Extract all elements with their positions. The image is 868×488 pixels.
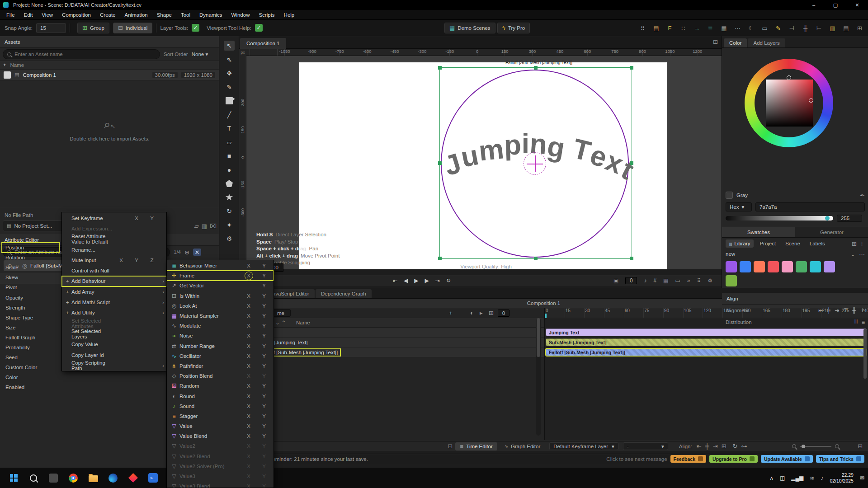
fit-timeline-icon[interactable]: ⊞ [858,443,863,449]
apply-y-button[interactable]: Y [262,353,266,359]
submenu-item[interactable]: ⇄ Number Range X Y [167,341,274,351]
apply-y-button[interactable]: Y [262,433,266,439]
apply-y-button[interactable]: Y [262,313,266,319]
maximize-button[interactable]: ▢ [825,0,846,10]
attribute-row[interactable]: Rotation [2,253,60,263]
minimize-button[interactable]: – [803,0,825,10]
camera-icon[interactable]: ▣ [613,277,618,284]
direct-select-tool-icon[interactable]: ⇖ [221,53,238,67]
align-left-icon[interactable]: ⇤ [818,307,823,314]
grid-toggle-icon[interactable]: ▦ [663,277,668,284]
apply-x-button[interactable]: X [247,404,250,409]
link-icon[interactable]: ⊶ [741,443,747,449]
apply-x-button[interactable]: X [245,272,253,280]
apply-y-button[interactable]: Y [262,283,266,288]
edge-icon[interactable] [103,468,123,488]
color-swatch[interactable] [810,261,821,272]
paint-filter-icon[interactable]: ◐ [470,310,474,316]
attribute-row[interactable]: Opacity [2,292,60,302]
import-hint[interactable]: ⌕↖ Double click here to import Assets. [0,117,219,141]
dark-mode-icon[interactable]: ☾ [747,25,755,31]
export-icon[interactable]: → [693,25,701,31]
snap-angle-input[interactable]: 15 [36,23,66,33]
try-pro-button[interactable]: ϟTry Pro [497,23,530,33]
lasso-icon[interactable]: ✎ [774,25,782,31]
asset-search-input[interactable]: Enter an Asset name [3,49,160,59]
apply-y-button[interactable]: Y [262,303,266,309]
align-center-h-icon[interactable]: ╪ [827,307,831,314]
submenu-item[interactable]: ✛ Frame X Y [167,271,274,281]
render-queue-icon[interactable]: ≣ [707,25,714,31]
taskbar-clock[interactable]: 22.29 02/10/2025 [830,472,854,484]
viewport-help-checkbox[interactable]: ✓ [255,24,263,32]
viewport-layout-icon[interactable]: ⊡ [713,39,718,45]
notification-icon[interactable]: ✉ [860,475,864,481]
submenu-item[interactable]: ▽ Value3 X Y [167,471,274,481]
playhead[interactable] [545,314,547,318]
scatter-icon[interactable]: ∷ [679,25,687,31]
submenu-item[interactable]: ↗ Get Vector Y [167,281,274,291]
library-tab[interactable]: |||Library [726,239,754,248]
apply-x-button[interactable]: X [247,373,250,379]
saturation-value-box[interactable] [766,80,813,127]
menu-item[interactable]: File [2,12,19,18]
status-button[interactable]: Update Available [761,455,813,463]
collapse-group-icon[interactable]: ⌄ [850,251,855,257]
timeline-bar[interactable]: Jumping Text [546,328,867,336]
attribute-row[interactable]: Falloff Graph [2,333,60,343]
zoom-in-icon[interactable] [835,444,839,448]
submenu-item[interactable]: ▽ Value2 X Y [167,441,274,451]
demo-scenes-button[interactable]: ▦Demo Scenes [444,23,495,33]
color-swatch[interactable] [726,261,737,272]
select-tool-icon[interactable]: ↖ [221,39,238,53]
tab-add-layers[interactable]: Add Layers [748,38,785,47]
context-menu-item[interactable]: + Add Behaviour › [62,276,166,286]
submenu-item[interactable]: ∿ Modulate X Y [167,321,274,331]
alpha-value-field[interactable]: 255 [837,215,862,222]
layout-grid-icon[interactable]: ⊞ [856,25,863,31]
menu-item[interactable]: Shape [152,12,176,18]
panels-icon[interactable]: ▥ [202,223,207,229]
taskbar-search-button[interactable] [24,468,43,488]
folder-icon[interactable]: ▱ [194,223,199,229]
context-menu-item[interactable]: Copy Value [62,339,166,350]
pen-tool-icon[interactable]: ✎ [221,80,238,94]
attribute-row[interactable]: Pivot [2,282,60,292]
line-tool-icon[interactable]: ╱ [221,108,238,122]
hash-icon[interactable]: # [653,277,656,284]
context-menu-item[interactable]: Set Selected Attributes [62,318,166,328]
rows-icon[interactable]: ▤ [842,25,850,31]
submenu-item[interactable]: ≡ Stagger X Y [167,411,274,421]
apply-x-button[interactable]: X [247,383,250,389]
chrome-icon[interactable] [63,468,83,488]
apply-y-button[interactable]: Y [262,474,266,479]
submenu-item[interactable]: ⚄ Random X Y [167,381,274,391]
submenu-item[interactable]: ◐ Round X Y [167,391,274,401]
apply-y-button[interactable]: Y [262,483,266,488]
menu-item[interactable]: Window [227,12,255,18]
apply-y-button[interactable]: Y [262,383,266,389]
align-center-icon[interactable]: ╫ [802,25,809,31]
columns-icon[interactable]: ▥ [829,25,836,31]
frame-offset-field[interactable]: 0 [625,277,637,284]
tab-generator[interactable]: Generator [795,227,868,237]
next-frame-button[interactable]: ▶ [425,277,429,284]
apply-x-button[interactable]: X [247,443,250,449]
more-icon[interactable]: ⋯ [734,25,741,31]
selection-handle[interactable] [630,66,633,70]
horizontal-ruler[interactable]: -1050-900-750-600-450-300-15001503004506… [246,49,722,56]
color-swatch[interactable] [754,261,765,272]
apply-x-button[interactable]: X [247,413,250,419]
align-top-icon[interactable]: ⊤ [844,307,848,314]
apply-x-button[interactable]: X [247,433,250,439]
more-chevrons-icon[interactable]: » [687,277,690,284]
apply-x-button[interactable]: X [247,263,250,268]
context-menu-item[interactable]: Set Keyframe XY [62,213,166,223]
context-menu-item[interactable]: Copy Layer Id [62,350,166,360]
swatch-menu-icon[interactable]: ⋮ [859,241,865,247]
menu-item[interactable]: Edit [19,12,38,18]
submenu-item[interactable]: ▽ Value Blend X Y [167,431,274,441]
submenu-item[interactable]: ♪ Sound X Y [167,401,274,411]
layer-tools-checkbox[interactable]: ✓ [192,24,199,32]
expand-collapse-icons[interactable]: ⌄⌃ [275,319,288,326]
